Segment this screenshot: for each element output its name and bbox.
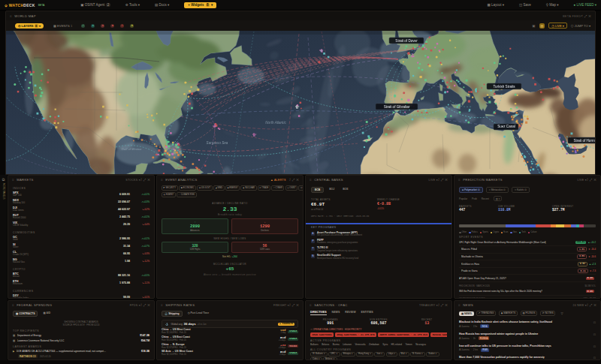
- svg-text:Turkish Straits: Turkish Straits: [493, 85, 515, 89]
- svg-text:Strait of Hormuz: Strait of Hormuz: [573, 139, 596, 143]
- svg-text:North Atlantic: North Atlantic: [265, 121, 286, 125]
- svg-text:Sargasso Sea: Sargasso Sea: [207, 141, 228, 145]
- svg-text:Strait of Gibraltar: Strait of Gibraltar: [384, 105, 410, 109]
- svg-text:Gulf of Mexico: Gulf of Mexico: [122, 147, 142, 151]
- svg-text:Suez Canal: Suez Canal: [497, 125, 515, 128]
- svg-text:Strait of Dover: Strait of Dover: [395, 39, 418, 43]
